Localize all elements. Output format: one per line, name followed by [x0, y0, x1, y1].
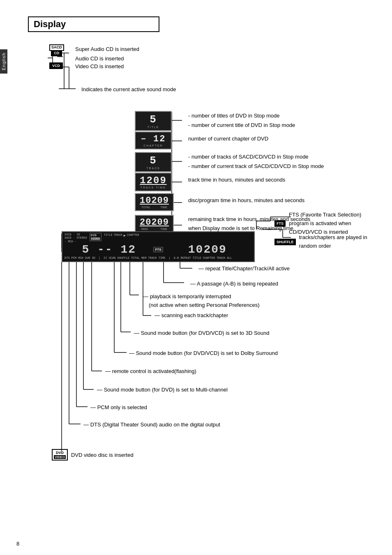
chapter-display-box: – 12 CHAPTER	[135, 131, 172, 150]
panel-top-labels: SVCD · CD SACD · STEREO · MCH · DVD VIDE…	[62, 232, 254, 243]
section-title: Display	[28, 16, 159, 32]
diagram-area: SACD CD VCD Super Audio CD is inserted A…	[28, 44, 385, 496]
title-digits: 5	[140, 113, 167, 126]
pcm-annotation: — PCM only is selected	[90, 404, 147, 410]
main-display-panel: SVCD · CD SACD · STEREO · MCH · DVD VIDE…	[62, 231, 255, 262]
sacd-line2: Audio CD is inserted	[75, 54, 139, 63]
title-annotation: - number of titles of DVD in Stop mode -…	[188, 111, 295, 130]
sidebar-tab: English	[0, 49, 7, 74]
remote-annotation: — remote control is activated(flashing)	[105, 368, 196, 374]
dvd-disc-annotation: DVD video disc is inserted	[71, 452, 134, 458]
shuffle-area: SHUFFLE tracks/chapters are played in ra…	[274, 233, 367, 251]
total-time-digits: 10209	[140, 196, 169, 206]
chapter-label: CHAPTER	[140, 144, 167, 147]
track-display-box: 5 TRACK	[135, 152, 172, 172]
mch-annotation: — Sound mode button (for DVD) is set to …	[97, 387, 228, 393]
track-annotation: - number of tracks of SACD/CD/VCD in Sto…	[188, 152, 324, 171]
vcd-badge-box: VCD	[49, 62, 63, 69]
panel-right-digits: 10209	[163, 243, 252, 256]
shuffle-badge: SHUFFLE	[274, 239, 296, 245]
total-time-annotation: disc/program time in hours, minutes and …	[188, 197, 304, 203]
surround-annotation: — Sound mode button (for DVD/VCD) is set…	[129, 350, 278, 356]
track-time-display-box: 1209 TRACK TIME	[135, 173, 172, 191]
vcd-badge: VCD	[49, 62, 63, 69]
rem-time-label: REM TIME	[140, 228, 169, 230]
track-time-annotation: track time in hours, minutes and seconds	[188, 177, 285, 183]
dvd-video-area: DVD VIDEO DVD video disc is inserted	[52, 449, 134, 461]
sacd-line1: Super Audio CD is inserted	[75, 44, 139, 54]
chapter-annotation: number of current chapter of DVD	[188, 136, 268, 142]
pause-annotation: — playback is temporarily interrupted (n…	[143, 292, 260, 310]
cd-badge: CD	[51, 51, 62, 57]
shuffle-annotation: tracks/chapters are played in random ord…	[299, 233, 367, 251]
panel-big-digits-area: 5 -- 12 FTS 10209	[62, 243, 254, 256]
title-label: TITLE	[140, 126, 167, 129]
chapter-digits: – 12	[140, 134, 167, 144]
fts-annotation: FTS (Favorite Track Selection) program i…	[289, 211, 361, 236]
repeat-annotation: — repeat Title/Chapter/Track/All active	[198, 265, 290, 272]
vcd-annotation: Video CD is inserted	[75, 63, 124, 69]
left-indicator-labels: SVCD · CD SACD · STEREO · MCH ·	[65, 233, 87, 243]
track-digits: 5	[140, 154, 167, 167]
dts-annotation: — DTS (Digital Theater Sound) audio on t…	[83, 421, 220, 428]
rem-time-digits: 20209	[140, 217, 169, 228]
sacd-annotation: Super Audio CD is inserted Audio CD is i…	[75, 44, 139, 64]
track-time-label: TRACK TIME	[140, 186, 167, 189]
dvd-video-indicator: DVD VIDEO	[90, 233, 101, 241]
title-display-box: 5 TITLE	[135, 111, 172, 131]
panel-left-digits: 5 -- 12	[65, 243, 153, 256]
sacd-badge-group: SACD CD	[49, 44, 64, 56]
ab-annotation: — A passage (A-B) is being repeated	[190, 281, 278, 287]
total-time-display-box: 10209 TOTAL TIME	[135, 193, 174, 211]
sound-mode-annotation: Indicates the current active sound mode	[81, 86, 176, 92]
3d-annotation: — Sound mode button (for DVD/VCD) is set…	[134, 330, 270, 336]
fts-area: FTS FTS (Favorite Track Selection) progr…	[274, 211, 361, 236]
rem-time-display-box: 20209 REM TIME	[135, 215, 174, 233]
fts-badge: FTS	[274, 220, 286, 227]
track-label: TRACK	[140, 167, 167, 170]
total-time-label: TOTAL TIME	[140, 206, 169, 209]
sidebar-label: English	[1, 53, 6, 70]
dvd-video-badge: DVD VIDEO	[52, 449, 68, 461]
panel-bottom-labels: DTS PCM MCH SUR 3D | II SCAN SHUFFLE TOT…	[62, 256, 254, 260]
sacd-badge: SACD	[49, 44, 64, 51]
panel-indicator-labels-row1: TITLE TRACK ▶ CHAPTER	[104, 233, 139, 238]
page-number: 8	[16, 541, 19, 547]
fts-indicator: FTS	[153, 247, 163, 252]
scan-annotation: — scanning each track/chapter	[154, 312, 228, 318]
main-content: Display	[12, 0, 392, 513]
track-time-digits: 1209	[140, 175, 167, 186]
